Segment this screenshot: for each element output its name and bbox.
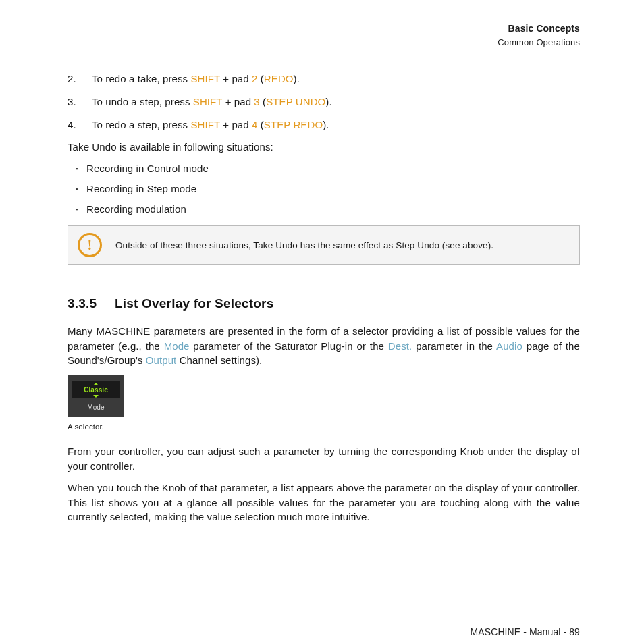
key-label: SHIFT (193, 96, 223, 107)
section-number: 3.3.5 (68, 294, 115, 313)
inline-link[interactable]: Audio (496, 340, 522, 352)
bullet-item: Recording in Step mode (68, 182, 580, 196)
key-label: SHIFT (190, 119, 220, 130)
inline-link[interactable]: Output (146, 354, 177, 366)
inline-link[interactable]: Mode (164, 340, 190, 352)
chevron-up-icon (93, 383, 99, 385)
step-item: 3. To undo a step, press SHIFT + pad 3 (… (68, 95, 580, 109)
key-label: SHIFT (190, 73, 220, 84)
header-subtitle: Common Operations (68, 36, 580, 49)
chevron-down-icon (93, 395, 99, 398)
key-label: REDO (264, 73, 294, 84)
selector-chip[interactable]: Classic (72, 381, 120, 398)
step-item: 4. To redo a step, press SHIFT + pad 4 (… (68, 117, 580, 132)
section-title: List Overlay for Selectors (115, 294, 273, 313)
spacer (68, 531, 580, 612)
section-heading: 3.3.5 List Overlay for Selectors (68, 294, 580, 313)
bullet-item: Recording in Control mode (68, 161, 580, 176)
step-number: 3. (68, 95, 92, 109)
step-text: To redo a take, press SHIFT + pad 2 (RED… (92, 72, 300, 86)
note-text: Outside of these three situations, Take … (115, 239, 493, 252)
warning-icon: ! (78, 233, 102, 257)
paragraph: Many MASCHINE parameters are presented i… (68, 324, 580, 368)
note-box: ! Outside of these three situations, Tak… (68, 225, 580, 265)
bullet-list: Recording in Control mode Recording in S… (68, 161, 580, 216)
key-label: 3 (254, 96, 259, 107)
selector-value: Classic (72, 386, 120, 394)
inline-link[interactable]: Dest. (388, 340, 412, 352)
bullet-item: Recording modulation (68, 202, 580, 217)
footer-rule (68, 618, 580, 618)
step-number: 4. (68, 117, 92, 132)
page-header: Basic Concepts Common Operations (68, 22, 580, 49)
header-rule (68, 55, 580, 55)
figure-caption: A selector. (68, 421, 580, 433)
page-footer: MASCHINE - Manual - 89 (68, 625, 580, 639)
numbered-steps: 2. To redo a take, press SHIFT + pad 2 (… (68, 72, 580, 132)
step-number: 2. (68, 72, 92, 86)
paragraph: When you touch the Knob of that paramete… (68, 481, 580, 525)
document-page: Basic Concepts Common Operations 2. To r… (0, 0, 644, 644)
paragraph: Take Undo is available in following situ… (68, 140, 580, 155)
step-item: 2. To redo a take, press SHIFT + pad 2 (… (68, 72, 580, 86)
key-label: STEP REDO (264, 119, 323, 130)
selector-label: Mode (68, 403, 124, 413)
step-text: To undo a step, press SHIFT + pad 3 (STE… (92, 95, 332, 109)
paragraph: From your controller, you can adjust suc… (68, 444, 580, 474)
key-label: STEP UNDO (266, 96, 325, 107)
selector-widget: Classic Mode (68, 375, 124, 417)
header-title: Basic Concepts (68, 22, 580, 35)
step-text: To redo a step, press SHIFT + pad 4 (STE… (92, 117, 329, 132)
